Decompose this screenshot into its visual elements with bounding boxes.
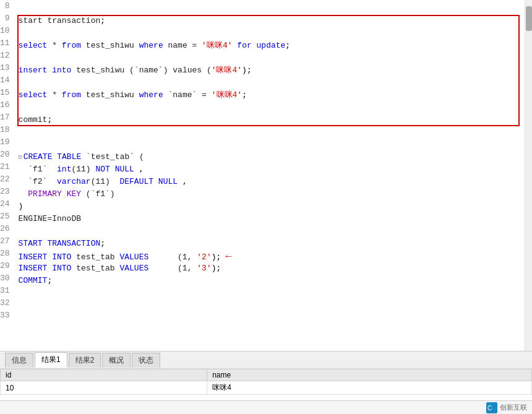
token: `f1` (19, 165, 57, 174)
token: ); (242, 66, 252, 75)
tab-item[interactable]: 结果1 (35, 352, 67, 368)
token: ; (47, 276, 52, 285)
line-num: 17 (0, 111, 14, 124)
token: select (19, 90, 48, 100)
code-line (19, 77, 520, 89)
code-line (19, 312, 520, 324)
token: (1, (148, 252, 197, 262)
tab-item[interactable]: 信息 (5, 353, 33, 368)
tab-item[interactable]: 概况 (102, 353, 131, 368)
line-num: 16 (0, 99, 14, 111)
token: ; (100, 239, 105, 248)
line-num: 14 (0, 74, 14, 87)
code-line: START TRANSACTION; (19, 238, 520, 250)
bottom-tabs: 信息结果1结果2概况状态 (0, 351, 532, 368)
line-num: 28 (0, 248, 14, 260)
token: ; (47, 115, 52, 124)
token: where (139, 41, 163, 50)
token: `test_tab` ( (81, 152, 144, 162)
line-num: 11 (0, 37, 14, 50)
collapse-icon[interactable]: ⊟ (19, 154, 22, 161)
token: ); (212, 252, 221, 262)
watermark: C 创新互联 (486, 402, 527, 413)
token: ← (221, 251, 233, 261)
tab-item[interactable]: 状态 (132, 353, 160, 368)
token: = (197, 90, 211, 100)
line-numbers: 8910111213141516171819202122232425262728… (0, 0, 14, 351)
watermark-text: 创新互联 (500, 403, 527, 412)
token: '咪咪4' (212, 90, 242, 100)
code-line: INSERT INTO test_tab VALUES (1, '3'); (19, 262, 520, 275)
token: , (134, 165, 144, 174)
token: , (178, 177, 187, 186)
token: ; (242, 90, 247, 100)
line-num: 24 (0, 198, 14, 210)
tab-label: 状态 (139, 356, 153, 364)
token: insert into (19, 66, 72, 75)
code-line: ) (19, 201, 520, 213)
tab-label: 结果1 (41, 355, 61, 364)
token: START TRANSACTION (19, 239, 101, 248)
editor-area: 8910111213141516171819202122232425262728… (0, 0, 532, 351)
token: name = (163, 41, 202, 50)
code-line: PRIMARY KEY (`f1`) (19, 188, 520, 201)
token: `name` (168, 90, 197, 100)
code-line: `f2` varchar(11) DEFAULT NULL , (19, 176, 520, 188)
token: CREATE TABLE (24, 152, 82, 162)
tab-item[interactable]: 结果2 (69, 353, 101, 368)
watermark-icon: C (486, 402, 497, 413)
code-line (19, 300, 520, 312)
code-line (19, 52, 520, 64)
code-line (19, 126, 520, 139)
token: ) values ( (163, 66, 212, 75)
token: for update (237, 41, 285, 50)
line-num: 13 (0, 62, 14, 74)
line-num: 33 (0, 309, 14, 322)
token: varchar (57, 177, 91, 186)
token: commit (19, 115, 48, 124)
token: test_tab (71, 252, 119, 262)
table-header: id (1, 369, 207, 381)
code-line: COMMIT; (19, 275, 520, 287)
token (163, 90, 168, 100)
token: PRIMARY KEY (28, 189, 81, 199)
line-num: 23 (0, 186, 14, 198)
line-num: 12 (0, 50, 14, 62)
code-line: insert into test_shiwu (`name`) values (… (19, 64, 520, 77)
tab-label: 结果2 (75, 356, 95, 364)
token: '咪咪4' (202, 41, 232, 50)
code-content[interactable]: start transaction; select * from test_sh… (14, 0, 525, 351)
code-line (19, 287, 520, 300)
token: '咪咪4' (212, 66, 242, 75)
token: INSERT INTO (19, 252, 72, 262)
result-table: idname10咪咪4 (0, 369, 532, 395)
token: ; (285, 41, 290, 50)
line-num: 26 (0, 223, 14, 235)
token: ; (100, 16, 105, 25)
line-num: 15 (0, 87, 14, 99)
tab-label: 概况 (109, 356, 124, 364)
token: * (47, 41, 61, 50)
line-num: 20 (0, 149, 14, 161)
code-line: select * from test_shiwu where name = '咪… (19, 40, 520, 52)
result-table-area: idname10咪咪4 (0, 368, 532, 400)
token: select (19, 41, 48, 50)
token: from (62, 90, 81, 100)
token: COMMIT (19, 276, 48, 285)
token: test_shiwu ( (71, 66, 134, 75)
scrollbar[interactable] (525, 0, 532, 351)
token: start transaction (19, 16, 101, 25)
code-line: ⊟CREATE TABLE `test_tab` ( (19, 151, 520, 163)
code-line (19, 27, 520, 40)
code-line (19, 2, 520, 15)
line-num: 27 (0, 235, 14, 248)
token: '3' (197, 264, 211, 273)
code-line: select * from test_shiwu where `name` = … (19, 89, 520, 101)
token: * (47, 90, 61, 100)
token: (`f1`) (81, 189, 115, 199)
token: (11) (91, 177, 120, 186)
code-line: INSERT INTO test_tab VALUES (1, '2'); ← (19, 250, 520, 262)
token: from (62, 41, 81, 50)
token: test_shiwu (81, 90, 139, 100)
token: ENGINE=InnoDB (19, 214, 81, 223)
